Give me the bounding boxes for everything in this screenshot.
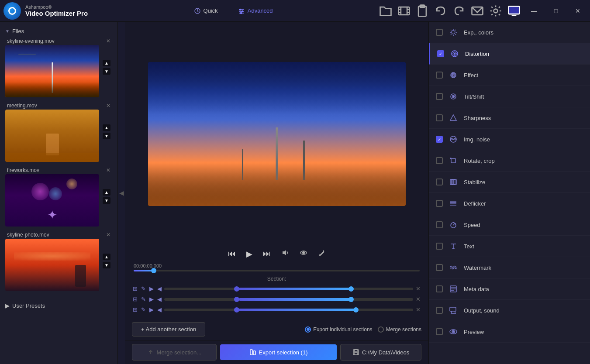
file2-thumb[interactable]	[5, 110, 99, 162]
section1-edit[interactable]: ✎	[140, 285, 147, 293]
text-checkbox[interactable]	[436, 243, 443, 250]
clipboard-btn[interactable]	[415, 4, 429, 18]
rotate-crop-checkbox[interactable]	[436, 157, 443, 164]
close-btn[interactable]: ✕	[569, 2, 587, 20]
filmstrip-btn[interactable]	[397, 4, 411, 18]
step-forward-btn[interactable]: ⏭	[261, 247, 273, 260]
file4-thumb[interactable]	[5, 239, 99, 291]
section2-edit[interactable]: ✎	[140, 295, 147, 303]
play-btn[interactable]: ▶	[245, 247, 254, 261]
panel-tilt-shift[interactable]: Tilt/Shift	[429, 86, 590, 107]
section3-edit[interactable]: ✎	[140, 306, 147, 314]
step-back-btn[interactable]: ⏮	[226, 247, 238, 260]
eye-btn[interactable]	[298, 247, 309, 261]
quick-btn[interactable]: Quick	[190, 6, 221, 16]
section2-add[interactable]: ⊞	[132, 295, 138, 303]
section2-left[interactable]: ◀	[156, 295, 162, 303]
advanced-btn[interactable]: Advanced	[235, 6, 276, 16]
panel-speed[interactable]: Speed	[429, 214, 590, 236]
wrench-btn[interactable]	[316, 247, 328, 261]
meta-data-checkbox[interactable]	[436, 285, 443, 292]
export-individual-radio[interactable]	[305, 326, 311, 333]
monitor-btn[interactable]	[507, 4, 521, 18]
img-noise-checkbox[interactable]	[436, 136, 443, 143]
watermark-checkbox[interactable]	[436, 264, 443, 271]
file3-down[interactable]: ▼	[103, 197, 110, 204]
panel-watermark[interactable]: Watermark	[429, 257, 590, 278]
sharpness-checkbox[interactable]	[436, 114, 443, 121]
section1-track[interactable]	[164, 288, 413, 290]
user-presets-section[interactable]: ▶ User Presets	[0, 299, 117, 312]
section3-left[interactable]: ◀	[156, 306, 162, 314]
merge-sections-radio[interactable]	[378, 326, 384, 333]
panel-stabilize[interactable]: Stabilize	[429, 172, 590, 193]
panel-sharpness[interactable]: Sharpness	[429, 107, 590, 129]
exp-colors-checkbox[interactable]	[436, 29, 443, 36]
distortion-checkbox[interactable]	[437, 50, 444, 57]
export-individual-option[interactable]: Export individual sections	[305, 326, 372, 333]
file3-thumb[interactable]: ✦	[5, 174, 99, 227]
minimize-btn[interactable]: —	[525, 2, 543, 20]
file1-down[interactable]: ▼	[103, 68, 110, 75]
speed-checkbox[interactable]	[436, 221, 443, 228]
export-btn[interactable]: Export selection (1)	[220, 344, 337, 360]
files-header[interactable]: ▼ Files	[5, 25, 112, 37]
section3-add[interactable]: ⊞	[132, 306, 138, 314]
panel-output-sound[interactable]: Output, sound	[429, 300, 590, 321]
file3-up[interactable]: ▲	[103, 189, 110, 196]
section1-handle-left[interactable]	[234, 286, 239, 292]
file2-down[interactable]: ▼	[103, 133, 110, 139]
file4-close[interactable]: ✕	[106, 232, 110, 238]
panel-meta-data[interactable]: Meta data	[429, 278, 590, 300]
file1-close[interactable]: ✕	[106, 38, 110, 44]
file4-down[interactable]: ▼	[103, 262, 110, 268]
file2-up[interactable]: ▲	[103, 124, 110, 131]
merge-sections-option[interactable]: Merge sections	[378, 326, 421, 333]
undo-btn[interactable]	[434, 4, 448, 18]
maximize-btn[interactable]: □	[547, 2, 565, 20]
panel-preview[interactable]: Preview	[429, 321, 590, 343]
file3-close[interactable]: ✕	[106, 167, 110, 173]
panel-img-noise[interactable]: Img. noise	[429, 129, 590, 150]
preview-checkbox[interactable]	[436, 328, 443, 335]
video-preview[interactable]	[148, 62, 406, 206]
panel-rotate-crop[interactable]: Rotate, crop	[429, 150, 590, 172]
section3-track[interactable]	[164, 309, 413, 311]
section1-close[interactable]: ✕	[415, 285, 421, 293]
email-btn[interactable]	[470, 4, 484, 18]
file1-up[interactable]: ▲	[103, 60, 110, 66]
panel-text[interactable]: Text	[429, 236, 590, 257]
deflicker-checkbox[interactable]	[436, 200, 443, 207]
section3-handle-left[interactable]	[234, 307, 239, 312]
section1-add[interactable]: ⊞	[132, 285, 138, 293]
tilt-shift-checkbox[interactable]	[436, 93, 443, 100]
effect-checkbox[interactable]	[436, 72, 443, 79]
section3-close[interactable]: ✕	[415, 306, 421, 314]
panel-deflicker[interactable]: Deflicker	[429, 193, 590, 214]
panel-distortion[interactable]: Distortion	[429, 43, 590, 65]
progress-thumb[interactable]	[151, 268, 156, 273]
folder-btn[interactable]	[379, 4, 393, 18]
progress-bar[interactable]	[134, 270, 420, 271]
collapse-handle[interactable]: ◀	[118, 22, 125, 364]
section1-left[interactable]: ◀	[156, 285, 162, 293]
file2-close[interactable]: ✕	[106, 103, 110, 109]
section2-right[interactable]: ▶	[148, 295, 155, 303]
section3-right[interactable]: ▶	[148, 306, 155, 314]
merge-btn[interactable]: Merge selection...	[132, 344, 217, 361]
section1-right[interactable]: ▶	[148, 285, 155, 293]
section2-close[interactable]: ✕	[415, 295, 421, 303]
panel-effect[interactable]: Effect	[429, 65, 590, 86]
file1-thumb[interactable]	[5, 45, 99, 97]
section2-handle-left[interactable]	[234, 297, 239, 302]
volume-btn[interactable]	[279, 247, 291, 261]
section1-handle-right[interactable]	[348, 286, 354, 292]
settings-btn[interactable]	[489, 4, 503, 18]
file4-up[interactable]: ▲	[103, 254, 110, 260]
section2-track[interactable]	[164, 298, 413, 301]
output-sound-checkbox[interactable]	[436, 307, 443, 314]
redo-btn[interactable]	[452, 4, 466, 18]
stabilize-checkbox[interactable]	[436, 179, 443, 185]
panel-exp-colors[interactable]: Exp., colors	[429, 22, 590, 43]
section3-handle-right[interactable]	[353, 307, 359, 312]
